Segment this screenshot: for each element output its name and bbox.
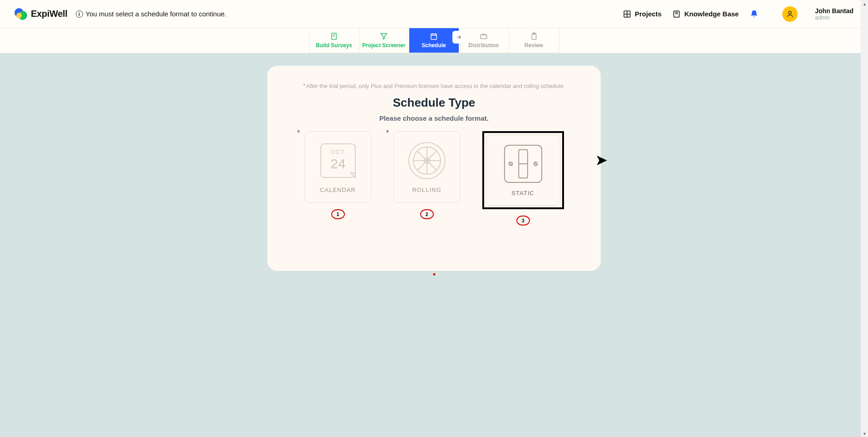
calendar-month: OCT [331,149,345,155]
wheel-icon [407,141,447,180]
nav-knowledge-base[interactable]: Knowledge Base [672,10,739,18]
calendar-day: 24 [330,156,345,171]
premium-asterisk-icon: * [386,128,389,138]
svg-point-6 [789,11,791,14]
content-area: After the trial period, only Plus and Pr… [0,53,868,271]
cursor-icon: ➤ [596,152,607,168]
card-title: Schedule Type [285,96,583,110]
tab-build-surveys[interactable]: Build Surveys [309,28,359,53]
vertical-scrollbar[interactable]: ▴ ▾ [861,0,868,437]
nav-kb-label: Knowledge Base [684,10,739,18]
static-switchplate-icon [503,144,544,183]
tab-label: Distribution [468,42,499,49]
option-calendar[interactable]: OCT 24 CALENDAR [304,131,372,203]
notice-banner: i You must select a schedule format to c… [76,10,226,18]
nav-projects[interactable]: Projects [623,10,662,18]
tabs-row: Build Surveys Project Screener Schedule … [0,28,868,53]
annotation-marker-3: 3 [516,216,530,226]
option-label: ROLLING [412,187,441,193]
option-label: CALENDAR [320,187,356,193]
header-bar: ExpiWell i You must select a schedule fo… [0,0,868,28]
book-icon [672,10,681,18]
tab-schedule[interactable]: Schedule [409,28,459,53]
next-step-icon[interactable] [452,31,465,44]
calendar-page-icon: OCT 24 [318,141,358,180]
tab-project-screener[interactable]: Project Screener [359,28,409,53]
trial-disclaimer: After the trial period, only Plus and Pr… [285,82,583,89]
option-rolling[interactable]: ROLLING [393,131,461,203]
tab-label: Build Surveys [316,42,352,49]
user-block[interactable]: John Bantad admin [815,7,853,21]
funnel-icon [380,32,388,40]
notice-text: You must select a schedule format to con… [86,10,226,18]
option-static[interactable]: STATIC [482,131,564,209]
brand-name: ExpiWell [31,9,68,19]
scroll-down-icon[interactable]: ▾ [861,430,868,437]
avatar[interactable] [782,6,798,22]
annotation-marker-2: 2 [420,209,434,219]
schedule-type-card: After the trial period, only Plus and Pr… [267,66,601,271]
svg-line-29 [509,162,512,165]
user-role: admin [815,15,853,21]
card-subtitle: Please choose a schedule format. [285,114,583,122]
clipboard-icon [530,32,538,40]
schedule-options: * OCT 24 CALENDAR 1 * [285,131,583,226]
nav-projects-label: Projects [635,10,662,18]
tab-distribution[interactable]: Distribution [459,28,509,53]
send-icon [480,32,488,40]
document-icon [330,32,338,40]
tab-label: Schedule [422,42,446,49]
calendar-icon [430,32,438,40]
info-icon: i [76,10,83,18]
user-name: John Bantad [815,7,853,15]
tab-review[interactable]: Review [509,28,559,53]
grid-icon [623,10,631,18]
brand-logo[interactable]: ExpiWell [15,8,68,20]
premium-asterisk-icon: * [297,128,300,138]
tab-label: Review [525,42,543,49]
annotation-marker-1: 1 [331,209,345,219]
annotation-dot-icon [433,273,435,275]
bell-icon[interactable] [750,10,759,19]
svg-line-31 [534,162,537,165]
person-icon [786,10,794,18]
svg-rect-10 [431,34,436,39]
tab-label: Project Screener [362,42,405,49]
svg-rect-14 [481,35,487,39]
option-label: STATIC [511,190,534,196]
scroll-up-icon[interactable]: ▴ [861,0,868,7]
logo-mark-icon [15,8,26,20]
